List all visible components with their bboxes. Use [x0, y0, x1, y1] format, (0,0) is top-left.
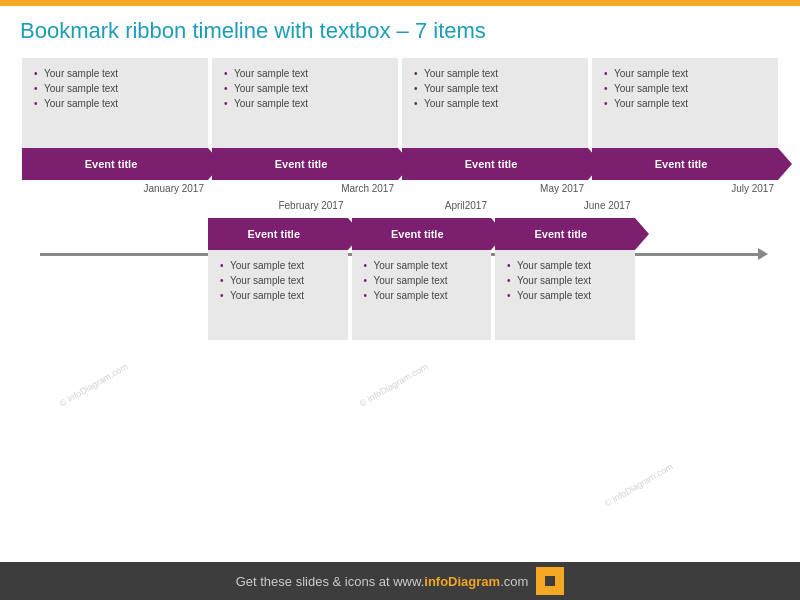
bullet-jul-1: Your sample text [602, 66, 768, 81]
card-jun: Your sample text Your sample text Your s… [495, 250, 635, 340]
timeline-item-jun: June 2017 Event title Your sample text Y… [495, 200, 635, 340]
card-jan: Your sample text Your sample text Your s… [22, 58, 208, 148]
timeline-item-jul: Your sample text Your sample text Your s… [592, 58, 778, 198]
bullet-jul-2: Your sample text [602, 81, 768, 96]
ribbon-jul: Event title [592, 148, 778, 180]
bullet-mar-3: Your sample text [222, 96, 388, 111]
timeline-item-apr: April2017 Event title Your sample text Y… [352, 200, 492, 340]
footer-bar: Get these slides & icons at www.infoDiag… [0, 562, 800, 600]
card-jul: Your sample text Your sample text Your s… [592, 58, 778, 148]
bullet-jan-2: Your sample text [32, 81, 198, 96]
top-items-row: Your sample text Your sample text Your s… [20, 58, 780, 198]
watermark-1: © infoDiagram.com [58, 361, 130, 408]
ribbon-may: Event title [402, 148, 588, 180]
bullet-jan-3: Your sample text [32, 96, 198, 111]
timeline-item-may: Your sample text Your sample text Your s… [402, 58, 588, 198]
bullet-jun-3: Your sample text [505, 288, 625, 303]
bullet-mar-1: Your sample text [222, 66, 388, 81]
card-mar: Your sample text Your sample text Your s… [212, 58, 398, 148]
watermark-2: © infoDiagram.com [358, 361, 430, 408]
bullet-apr-1: Your sample text [362, 258, 482, 273]
bullet-may-3: Your sample text [412, 96, 578, 111]
bullet-jun-2: Your sample text [505, 273, 625, 288]
page-title: Bookmark ribbon timeline with textbox – … [20, 18, 780, 44]
card-may: Your sample text Your sample text Your s… [402, 58, 588, 148]
ribbon-mar: Event title [212, 148, 398, 180]
ribbon-jun: Event title [495, 218, 635, 250]
bullet-feb-2: Your sample text [218, 273, 338, 288]
ribbon-jan: Event title [22, 148, 208, 180]
bullet-feb-1: Your sample text [218, 258, 338, 273]
date-mar: March 2017 [212, 180, 398, 198]
date-jan: January 2017 [22, 180, 208, 198]
bullet-mar-2: Your sample text [222, 81, 388, 96]
main-content: Bookmark ribbon timeline with textbox – … [0, 6, 800, 340]
card-apr: Your sample text Your sample text Your s… [352, 250, 492, 340]
bullet-jun-1: Your sample text [505, 258, 625, 273]
bullet-may-1: Your sample text [412, 66, 578, 81]
bullet-jan-1: Your sample text [32, 66, 198, 81]
bottom-items-row: February 2017 Event title Your sample te… [20, 200, 780, 340]
date-may: May 2017 [402, 180, 588, 198]
timeline-item-mar: Your sample text Your sample text Your s… [212, 58, 398, 198]
date-apr: April2017 [352, 200, 492, 218]
ribbon-apr: Event title [352, 218, 492, 250]
footer-icon [536, 567, 564, 595]
timeline-item-jan: Your sample text Your sample text Your s… [22, 58, 208, 198]
bullet-may-2: Your sample text [412, 81, 578, 96]
footer-text: Get these slides & icons at www.infoDiag… [236, 574, 529, 589]
bullet-jul-3: Your sample text [602, 96, 768, 111]
date-feb: February 2017 [208, 200, 348, 218]
bullet-apr-3: Your sample text [362, 288, 482, 303]
bullet-feb-3: Your sample text [218, 288, 338, 303]
timeline-item-feb: February 2017 Event title Your sample te… [208, 200, 348, 340]
footer-brand: infoDiagram [424, 574, 500, 589]
footer-icon-inner [545, 576, 555, 586]
date-jul: July 2017 [592, 180, 778, 198]
watermark-3: © infoDiagram.com [603, 461, 675, 508]
ribbon-feb: Event title [208, 218, 348, 250]
bullet-apr-2: Your sample text [362, 273, 482, 288]
date-jun: June 2017 [495, 200, 635, 218]
card-feb: Your sample text Your sample text Your s… [208, 250, 348, 340]
